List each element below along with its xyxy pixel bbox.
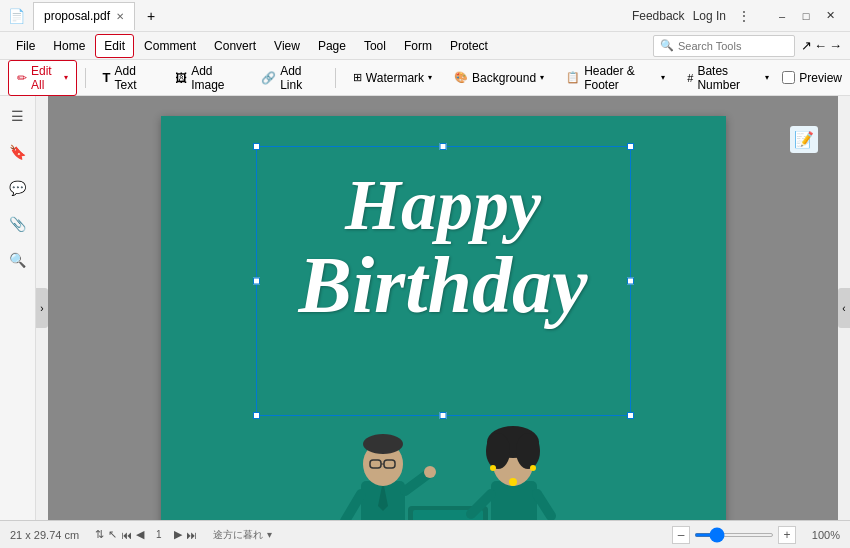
back-icon[interactable]: ← [814,38,827,53]
top-middle-handle[interactable] [440,143,447,150]
menu-comment[interactable]: Comment [136,35,204,57]
feedback-link[interactable]: Feedback [632,9,685,23]
floating-doc-icon[interactable]: 📝 [790,126,818,153]
main-area: ☰ 🔖 💬 📎 🔍 › [0,96,850,520]
preview-checkbox[interactable] [782,71,795,84]
close-icon[interactable]: ✕ [116,11,124,22]
zoom-in-button[interactable]: + [778,526,796,544]
zoom-slider[interactable] [694,533,774,537]
menu-protect[interactable]: Protect [442,35,496,57]
bottom-bar: 21 x 29.74 cm ⇅ ↖ ⏮ ◀ 1 ▶ ⏭ 途方に暮れ ▾ – + … [0,520,850,548]
menu-bar: File Home Edit Comment Convert View Page… [0,32,850,60]
menu-home[interactable]: Home [45,35,93,57]
edit-all-label: Edit All [31,64,60,92]
bates-label: Bates Number [697,64,761,92]
bates-number-button[interactable]: # Bates Number ▾ [678,60,778,96]
menu-form[interactable]: Form [396,35,440,57]
add-image-button[interactable]: 🖼 Add Image [166,60,248,96]
dropdown-icon[interactable]: ▾ [267,529,272,540]
pdf-background: Happy Birthday [161,116,726,520]
svg-point-18 [516,433,540,469]
edit-arrow-icon: ▾ [64,73,68,82]
header-footer-label: Header & Footer [584,64,657,92]
nav-first-button[interactable]: ⏮ [121,529,132,541]
app-icon: 📄 [8,8,25,24]
svg-line-8 [405,474,428,491]
left-collapse-area: › [36,96,48,520]
preview-area: Preview [782,71,842,85]
header-footer-icon: 📋 [566,71,580,84]
menu-convert[interactable]: Convert [206,35,264,57]
add-image-label: Add Image [191,64,239,92]
japanese-text: 途方に暮れ [213,528,263,542]
svg-point-20 [530,465,536,471]
bottom-left-handle[interactable] [253,412,260,419]
add-text-label: Add Text [115,64,154,92]
top-left-handle[interactable] [253,143,260,150]
login-link[interactable]: Log In [693,9,726,23]
minimize-button[interactable]: – [770,4,794,28]
zoom-control: – + [672,526,796,544]
bottom-right-handle[interactable] [627,412,634,419]
menu-view[interactable]: View [266,35,308,57]
window-controls: – □ ✕ [770,4,842,28]
search-input[interactable] [678,40,788,52]
pdf-page-container: Happy Birthday [161,116,726,520]
left-sidebar: ☰ 🔖 💬 📎 🔍 [0,96,36,520]
watermark-icon: ⊞ [353,71,362,84]
title-bar-right: Feedback Log In ⋮ – □ ✕ [632,4,842,28]
top-right-handle[interactable] [627,143,634,150]
search-icon: 🔍 [660,39,674,52]
bottom-middle-handle[interactable] [440,412,447,419]
sidebar-search-icon[interactable]: 🔍 [6,248,30,272]
zoom-level-label: 100% [804,529,840,541]
menu-file[interactable]: File [8,35,43,57]
add-text-button[interactable]: T Add Text [94,60,163,96]
separator-2 [335,68,336,88]
document-size-label: 21 x 29.74 cm [10,529,79,541]
title-bar: 📄 proposal.pdf ✕ + Feedback Log In ⋮ – □… [0,0,850,32]
maximize-button[interactable]: □ [794,4,818,28]
close-button[interactable]: ✕ [818,4,842,28]
right-collapse-button[interactable]: ‹ [838,288,850,328]
more-options-button[interactable]: ⋮ [734,7,754,25]
text-selection-box[interactable] [256,146,631,416]
sidebar-attachment-icon[interactable]: 📎 [6,212,30,236]
zoom-out-button[interactable]: – [672,526,690,544]
header-footer-arrow-icon: ▾ [661,73,665,82]
active-tab[interactable]: proposal.pdf ✕ [33,2,135,30]
japanese-text-area: 途方に暮れ ▾ [213,528,272,542]
background-button[interactable]: 🎨 Background ▾ [445,67,553,89]
sidebar-menu-icon[interactable]: ☰ [6,104,30,128]
background-label: Background [472,71,536,85]
watermark-label: Watermark [366,71,424,85]
watermark-arrow-icon: ▾ [428,73,432,82]
nav-next-button[interactable]: ▶ [174,528,182,541]
forward-icon[interactable]: → [829,38,842,53]
search-box[interactable]: 🔍 [653,35,795,57]
middle-right-handle[interactable] [627,278,634,285]
add-link-button[interactable]: 🔗 Add Link [252,60,327,96]
sidebar-bookmark-icon[interactable]: 🔖 [6,140,30,164]
nav-last-button[interactable]: ⏭ [186,529,197,541]
external-link-icon[interactable]: ↗ [801,38,812,53]
watermark-button[interactable]: ⊞ Watermark ▾ [344,67,441,89]
left-collapse-button[interactable]: › [36,288,48,328]
menu-edit[interactable]: Edit [95,34,134,58]
sidebar-comment-icon[interactable]: 💬 [6,176,30,200]
edit-all-button[interactable]: ✏ Edit All ▾ [8,60,77,96]
add-tab-button[interactable]: + [139,4,163,28]
current-page: 1 [156,529,162,540]
menu-page[interactable]: Page [310,35,354,57]
background-icon: 🎨 [454,71,468,84]
menu-tool[interactable]: Tool [356,35,394,57]
nav-prev-button[interactable]: ◀ [136,528,144,541]
header-footer-button[interactable]: 📋 Header & Footer ▾ [557,60,674,96]
middle-left-handle[interactable] [253,278,260,285]
page-number: 1 [148,527,170,542]
toolbar: ✏ Edit All ▾ T Add Text 🖼 Add Image 🔗 Ad… [0,60,850,96]
bates-arrow-icon: ▾ [765,73,769,82]
svg-point-21 [509,478,517,486]
cursor-icon[interactable]: ↖ [108,528,117,541]
edit-icon: ✏ [17,71,27,85]
